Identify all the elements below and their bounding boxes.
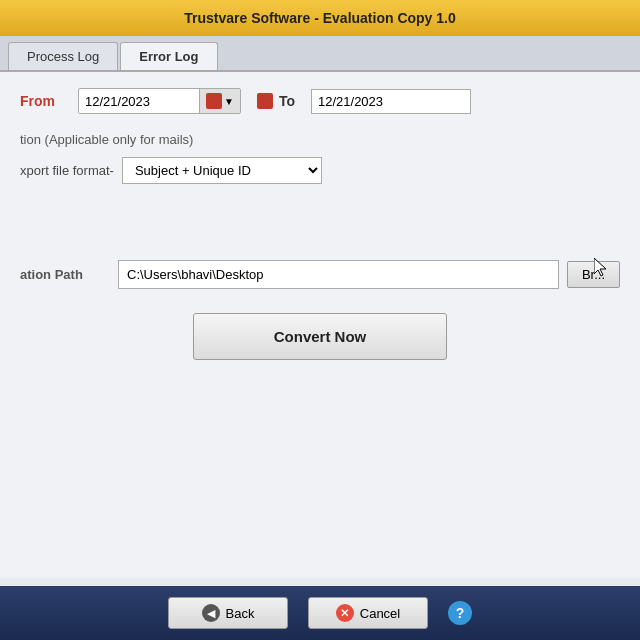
main-content: From ▼ To tion (Applicable only for mail…	[0, 72, 640, 578]
applicable-note: tion (Applicable only for mails)	[20, 132, 620, 147]
from-label: From	[20, 93, 70, 109]
path-label: ation Path	[20, 267, 110, 282]
from-date-wrapper: ▼	[78, 88, 241, 114]
footer: ◀ Back ✕ Cancel ?	[0, 586, 640, 640]
back-label: Back	[226, 606, 255, 621]
path-row: ation Path Br...	[20, 260, 620, 289]
format-select[interactable]: Subject + Unique ID Subject Unique ID	[122, 157, 322, 184]
tab-bar: Process Log Error Log	[0, 36, 640, 72]
to-label: To	[257, 93, 295, 109]
app-title: Trustvare Software - Evaluation Copy 1.0	[184, 10, 456, 26]
convert-section: Convert Now	[20, 313, 620, 360]
from-date-input[interactable]	[79, 90, 199, 113]
format-row: xport file format- Subject + Unique ID S…	[20, 157, 620, 184]
to-calendar-icon	[257, 93, 273, 109]
convert-now-button[interactable]: Convert Now	[193, 313, 448, 360]
back-icon: ◀	[202, 604, 220, 622]
destination-path-input[interactable]	[118, 260, 559, 289]
format-label: xport file format-	[20, 163, 114, 178]
cancel-icon: ✕	[336, 604, 354, 622]
back-button[interactable]: ◀ Back	[168, 597, 288, 629]
date-row: From ▼ To	[20, 88, 620, 114]
cancel-label: Cancel	[360, 606, 400, 621]
browse-button[interactable]: Br...	[567, 261, 620, 288]
spacer	[20, 200, 620, 260]
help-button[interactable]: ?	[448, 601, 472, 625]
calendar-icon	[206, 93, 222, 109]
from-date-calendar-btn[interactable]: ▼	[199, 89, 240, 113]
tab-process-log[interactable]: Process Log	[8, 42, 118, 70]
cancel-button[interactable]: ✕ Cancel	[308, 597, 428, 629]
tab-error-log[interactable]: Error Log	[120, 42, 217, 70]
to-date-input[interactable]	[311, 89, 471, 114]
title-bar: Trustvare Software - Evaluation Copy 1.0	[0, 0, 640, 36]
